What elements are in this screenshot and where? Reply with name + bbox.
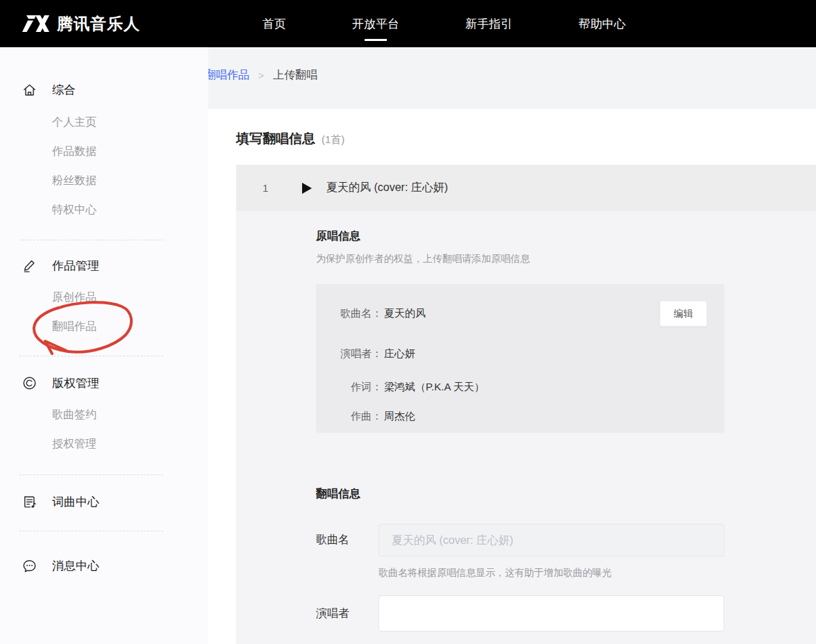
sidebar-item-personal-homepage[interactable]: 个人主页 [52,114,208,131]
nav-open-platform[interactable]: 开放平台 [352,0,399,47]
lyricist-row: 作词： 梁鸿斌（P.K.A 天天） [335,380,724,394]
sidebar-group-work-management[interactable]: 作品管理 [0,256,208,275]
sidebar-divider [19,531,163,531]
page-title: 填写翻唱信息 (1首) [236,130,344,148]
nav-beginner-guide[interactable]: 新手指引 [465,0,513,47]
nav-help-center[interactable]: 帮助中心 [578,0,626,47]
sidebar-group-overview[interactable]: 综合 [0,80,208,99]
breadcrumb-separator: > [258,70,264,81]
cover-singer-row: 演唱者 [316,595,816,631]
sidebar-group-message-center[interactable]: 消息中心 [0,556,208,575]
singer-label: 演唱者 [316,606,378,621]
sidebar: 综合 个人主页 作品数据 粉丝数据 特权中心 作品管理 原创作品 翻唱作品 版权… [0,47,208,644]
pencil-icon [21,257,38,274]
sidebar-divider [19,240,163,240]
nav-home[interactable]: 首页 [263,0,286,47]
sidebar-item-authorization-management[interactable]: 授权管理 [52,436,208,452]
original-singer-row: 演唱者： 庄心妍 [335,347,724,361]
sidebar-item-song-signing[interactable]: 歌曲签约 [52,406,208,423]
copyright-icon [21,374,38,391]
song-index: 1 [263,182,268,194]
song-detail-panel: 原唱信息 为保护原创作者的权益，上传翻唱请添加原唱信息 歌曲名： 夏天的风 演唱… [236,211,816,644]
sidebar-divider [19,474,163,475]
original-info-heading: 原唱信息 [316,229,816,244]
sidebar-divider [19,356,163,356]
home-icon [21,81,38,98]
sidebar-item-privilege-center[interactable]: 特权中心 [52,201,208,218]
composer-row: 作曲： 周杰伦 [335,409,724,423]
sidebar-item-original-works[interactable]: 原创作品 [52,289,208,306]
song-row: 1 夏天的风 (cover: 庄心妍) [236,165,816,211]
edit-button[interactable]: 编辑 [660,301,707,327]
logo-mark-icon [21,13,50,34]
sidebar-group-copyright-management[interactable]: 版权管理 [0,373,208,393]
play-icon[interactable] [301,182,313,195]
lyrics-icon [21,493,38,510]
content-card: 填写翻唱信息 (1首) 1 夏天的风 (cover: 庄心妍) 原唱信息 为保护… [208,109,816,644]
song-title: 夏天的风 (cover: 庄心妍) [326,181,448,195]
cover-song-name-row: 歌曲名 [316,524,816,556]
song-name-label: 歌曲名 [316,533,378,547]
cover-info-heading: 翻唱信息 [316,487,816,502]
song-name-helper-text: 歌曲名将根据原唱信息显示，这有助于增加歌曲的曝光 [378,567,816,579]
sidebar-item-work-data[interactable]: 作品数据 [52,143,208,160]
sidebar-item-fans-data[interactable]: 粉丝数据 [52,172,208,189]
top-header: 腾讯音乐人 首页 开放平台 新手指引 帮助中心 [0,0,816,47]
breadcrumb-cover-works-link[interactable]: 翻唱作品 [205,68,249,83]
tencent-musician-logo[interactable]: 腾讯音乐人 [21,0,140,47]
original-info-panel: 歌曲名： 夏天的风 演唱者： 庄心妍 作词： 梁鸿斌（P.K.A 天天） 作曲：… [316,284,724,433]
logo-text: 腾讯音乐人 [57,13,140,35]
cover-song-name-input[interactable] [378,524,724,556]
breadcrumb-current: 上传翻唱 [273,68,317,83]
sidebar-group-lyrics-center[interactable]: 词曲中心 [0,492,208,511]
message-icon [21,557,38,574]
sidebar-item-cover-works[interactable]: 翻唱作品 [52,318,208,335]
song-count: (1首) [322,133,344,147]
top-navigation: 首页 开放平台 新手指引 帮助中心 [263,0,626,47]
breadcrumb: 翻唱作品 > 上传翻唱 [205,68,317,83]
cover-singer-input[interactable] [378,595,724,631]
original-info-subtitle: 为保护原创作者的权益，上传翻唱请添加原唱信息 [316,253,816,265]
